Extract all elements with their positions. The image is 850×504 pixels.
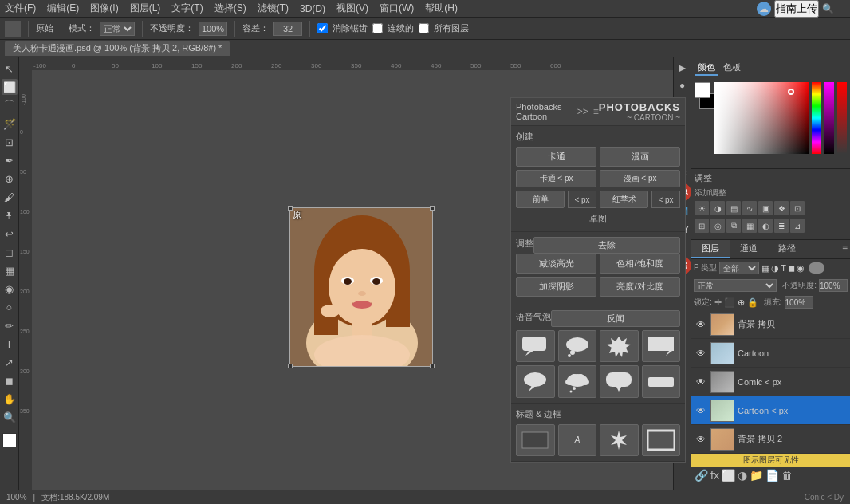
adj-icon-exposure[interactable]: ▣ <box>758 201 773 215</box>
selection-handle-bl[interactable] <box>288 364 293 368</box>
fill-value-input[interactable] <box>785 296 813 309</box>
layer-item-1[interactable]: 👁 背景 拷贝 <box>691 310 850 339</box>
tool-heal[interactable]: ⊕ <box>2 171 18 187</box>
bubble-btn-1[interactable] <box>516 330 555 362</box>
layer-3-visibility[interactable]: 👁 <box>695 376 707 388</box>
tool-path-select[interactable]: ↗ <box>2 354 18 370</box>
tool-crop[interactable]: ⊡ <box>2 134 18 150</box>
menu-3d[interactable]: 3D(D) <box>300 3 325 14</box>
lock-position-icon[interactable]: ⊕ <box>738 297 745 308</box>
color-tab-color[interactable]: 颜色 <box>695 61 718 76</box>
menu-text[interactable]: 文字(T) <box>171 2 203 15</box>
adj-icon-hsl[interactable]: ⊡ <box>790 201 805 215</box>
delete-layer-icon[interactable]: 🗑 <box>781 469 793 482</box>
filter-toggle[interactable] <box>809 262 824 274</box>
bubble-btn-5[interactable] <box>516 365 555 397</box>
layer-2-visibility[interactable]: 👁 <box>695 348 707 359</box>
link-layers-icon[interactable]: 🔗 <box>695 469 708 482</box>
opacity-value-input[interactable] <box>819 279 848 292</box>
tool-zoom[interactable]: 🔍 <box>2 409 18 425</box>
layers-panel-menu[interactable]: ≡ <box>840 240 850 258</box>
menu-filter[interactable]: 滤镜(T) <box>258 2 289 15</box>
plugin-brightness-btn[interactable]: 亮度/对比度 <box>600 277 680 297</box>
bubble-btn-7[interactable] <box>600 365 639 397</box>
plugin-btn-comic[interactable]: 漫画 <box>600 147 680 167</box>
adj-icon-brightness[interactable]: ☀ <box>695 201 709 215</box>
tool-magic-wand[interactable] <box>5 21 21 37</box>
filter-smartobj-icon[interactable]: ◉ <box>797 263 805 274</box>
plugin-menu-icon[interactable]: ≡ <box>593 106 599 117</box>
mode-select[interactable]: 正常 <box>100 22 135 36</box>
tool-history-brush[interactable]: ↩ <box>2 226 18 242</box>
tool-eraser[interactable]: ◻ <box>2 244 18 260</box>
frame-btn-1[interactable] <box>516 424 555 456</box>
foreground-color-swatch[interactable] <box>695 82 710 98</box>
tab-layers[interactable]: 图层 <box>691 240 730 258</box>
adj-icon-channelmixer[interactable]: ⧉ <box>726 219 741 233</box>
plugin-redfruit-px-input[interactable] <box>651 191 680 208</box>
cloud-upload-button[interactable]: 指南上传 <box>774 0 819 18</box>
filter-pixel-icon[interactable]: ▦ <box>761 263 769 274</box>
tool-blur[interactable]: ◉ <box>2 281 18 297</box>
new-layer-icon[interactable]: 📄 <box>765 469 779 482</box>
tool-eyedropper[interactable]: ✒ <box>2 152 18 168</box>
plugin-btn-sketch[interactable]: 前单 <box>516 191 565 208</box>
plugin-remove-btn[interactable]: 去除 <box>533 237 680 254</box>
plugin-reduce-highlight-btn[interactable]: 减淡高光 <box>516 254 596 274</box>
search-icon[interactable]: 🔍 <box>822 3 834 14</box>
tool-select-rect[interactable]: ⬜ <box>2 79 18 95</box>
adj-icon-vibrance[interactable]: ❖ <box>774 201 789 215</box>
layer-5-visibility[interactable]: 👁 <box>695 434 707 445</box>
adj-icon-curves[interactable]: ∿ <box>742 201 757 215</box>
bubble-btn-2[interactable] <box>558 330 597 362</box>
layer-1-visibility[interactable]: 👁 <box>695 319 707 330</box>
menu-window[interactable]: 窗口(W) <box>380 2 414 15</box>
bubble-btn-3[interactable] <box>600 330 639 362</box>
menu-help[interactable]: 帮助(H) <box>425 2 458 15</box>
group-layers-icon[interactable]: 📁 <box>750 469 763 482</box>
plugin-deepen-shadow-btn[interactable]: 加深阴影 <box>516 277 596 297</box>
tool-clone[interactable]: 🖈 <box>2 207 18 223</box>
brightness-slider[interactable] <box>824 82 834 154</box>
layer-4-visibility[interactable]: 👁 <box>695 405 707 416</box>
tool-pen[interactable]: ✏ <box>2 317 18 333</box>
blend-mode-select[interactable]: 正常 <box>694 279 777 292</box>
alllayers-checkbox[interactable] <box>419 23 429 33</box>
lock-paint-icon[interactable]: ⬛ <box>724 297 735 308</box>
lock-all-icon[interactable]: 🔒 <box>747 297 758 308</box>
bubble-btn-8[interactable] <box>642 365 681 397</box>
bubble-btn-6[interactable] <box>558 365 597 397</box>
doc-tab[interactable]: 美人粉卡通漫画.psd @ 100% (背景 拷贝 2, RGB/8#) * <box>5 41 230 56</box>
plugin-btn-redfruit[interactable]: 红苹术 <box>600 191 648 208</box>
alpha-slider[interactable] <box>837 82 847 154</box>
color-gradient-picker[interactable] <box>714 82 809 154</box>
adj-icon-posterize[interactable]: ≣ <box>774 219 789 233</box>
tool-hand[interactable]: ✋ <box>2 391 18 407</box>
layer-mask-icon[interactable]: ⬜ <box>722 469 735 482</box>
adj-icon-invert[interactable]: ◐ <box>758 219 773 233</box>
plugin-sketch-px-input[interactable] <box>568 191 596 208</box>
plugin-btn-cartoon[interactable]: 卡通 <box>516 147 596 167</box>
tool-shape[interactable]: ◼ <box>2 372 18 388</box>
panel-icon-2[interactable]: ● <box>675 78 690 93</box>
menu-file[interactable]: 文件(F) <box>5 2 36 15</box>
bubble-btn-4[interactable] <box>642 330 681 362</box>
layer-style-icon[interactable]: fx <box>710 469 719 482</box>
tool-lasso[interactable]: ⌒ <box>2 97 18 113</box>
menu-view[interactable]: 视图(V) <box>336 2 368 15</box>
frame-btn-2[interactable]: A <box>558 424 597 456</box>
contiguous-checkbox[interactable] <box>372 23 383 33</box>
plugin-expand-icon[interactable]: >> <box>577 106 588 117</box>
adj-icon-colorbalance[interactable]: ⊞ <box>695 219 709 233</box>
menu-select[interactable]: 选择(S) <box>214 2 246 15</box>
plugin-reverse-btn[interactable]: 反闻 <box>551 310 680 327</box>
adj-icon-contrast[interactable]: ◑ <box>710 201 725 215</box>
layer-item-5[interactable]: 👁 背景 拷贝 2 <box>691 425 850 454</box>
plugin-color-vibrance-btn[interactable]: 色相/饱和度 <box>600 254 680 274</box>
layer-item-4[interactable]: 👁 Cartoon < px <box>691 396 850 425</box>
adj-icon-threshold[interactable]: ⊿ <box>790 219 805 233</box>
layer-type-select[interactable]: 全部 <box>719 262 759 274</box>
opacity-input[interactable] <box>199 22 227 36</box>
tool-dodge[interactable]: ○ <box>2 299 18 315</box>
tool-move[interactable]: ↖ <box>2 61 18 77</box>
